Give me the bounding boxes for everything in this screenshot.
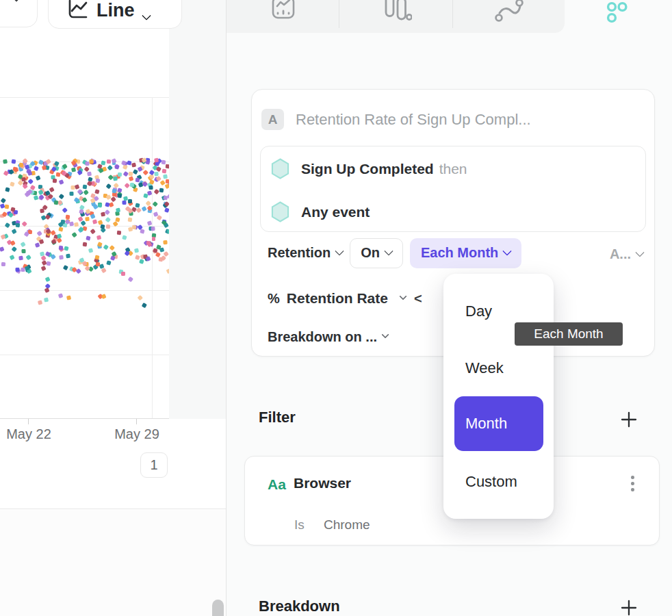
filter-value[interactable]: Chrome [324,517,370,532]
menu-item-week[interactable]: Week [465,359,504,377]
scatter-dot [156,166,161,171]
scatter-dot [0,247,5,252]
scatter-dot [53,179,57,183]
pagination-button[interactable]: 1 [140,452,168,478]
scatter-dot [66,254,70,258]
scatter-dot [86,235,90,240]
percent-icon: % [268,291,280,307]
scatter-dot [24,231,29,237]
menu-item-month-selected[interactable]: Month [454,396,543,451]
scatter-dot [101,211,105,216]
scatter-dot [160,180,166,185]
axis-tick [136,419,137,424]
scatter-dot [154,172,158,176]
scatter-dot [45,277,50,281]
filter-property-dropdown[interactable]: Browser [294,475,351,491]
scatter-dot [157,215,162,220]
scatter-dot [66,295,71,300]
menu-item-day[interactable]: Day [465,303,492,320]
event-row-return[interactable]: Any event [271,201,370,222]
scatter-dot [112,188,116,192]
scatter-dot [49,187,55,192]
scatter-dot [16,267,20,271]
scatter-dot [97,203,101,207]
scatter-dots-icon [605,1,628,24]
scatter-dot [163,175,167,179]
flow-icon [494,0,524,23]
scatter-dot [3,159,8,164]
scatter-dot [105,203,109,207]
scatter-dot [12,159,16,164]
add-breakdown-button[interactable] [620,599,638,616]
interval-dropdown[interactable]: Each Month [410,238,521,268]
tab-bar-columns[interactable] [339,0,452,33]
scatter-dot [142,181,148,187]
query-builder-panel: A Retention Rate of Sign Up Compl... Sig… [227,0,672,616]
scatter-dot [140,229,145,234]
gridline [0,97,169,98]
scatter-dot [142,206,147,211]
tab-flow[interactable] [453,0,565,33]
truncated-dropdown[interactable]: A... [610,246,643,262]
scatter-dot [92,220,97,224]
gridline [0,290,169,291]
scatter-dot [59,255,63,259]
scatter-dot [8,212,14,218]
scatter-dot [164,207,169,212]
scatter-dot [10,207,15,211]
scatter-dot [26,254,31,259]
query-title[interactable]: Retention Rate of Sign Up Compl... [296,111,531,129]
tab-insights[interactable] [227,0,339,33]
scatter-dot [149,185,153,190]
chart-type-button[interactable]: Line [48,0,182,29]
scatter-dot [86,162,90,166]
scatter-dot [70,192,74,196]
chevron-down-icon [399,292,406,300]
chart-pane: May 22 May 29 1 Line [0,0,226,616]
scatter-dot [153,201,158,207]
interval-menu: Day Week Month Custom [443,274,554,519]
scatter-dot [10,181,14,186]
scatter-dot [63,265,68,270]
filter-operator[interactable]: Is [294,517,305,532]
kebab-menu-icon[interactable] [631,476,634,494]
scatter-dot [107,159,111,164]
scatter-dot [21,267,25,271]
scatter-dot [116,207,121,212]
tab-retention-active[interactable] [565,0,672,33]
scatter-dot [135,178,139,182]
collapsed-dropdown-button[interactable] [0,0,38,27]
measure-dropdown[interactable]: Retention Rate [287,290,388,307]
event-row-first[interactable]: Sign Up Completed then [271,158,467,179]
scatter-dot [34,166,38,170]
scatter-dot [40,208,44,212]
scatter-dot [90,228,95,233]
scatter-dot [10,255,14,259]
scatter-dot [166,268,169,273]
scrollbar-thumb[interactable] [212,600,224,616]
add-filter-button[interactable] [620,411,638,428]
scatter-dot [151,227,155,231]
chevron-down-icon [141,11,151,21]
scatter-dot [95,178,99,182]
scatter-dot [132,225,136,229]
menu-item-custom[interactable]: Custom [465,473,517,491]
scatter-dot [15,222,19,227]
scatter-dot [59,194,64,199]
on-dropdown[interactable]: On [350,238,403,268]
scatter-dot [115,164,120,169]
scatter-dot [120,272,125,276]
scatter-dot [88,171,92,175]
scatter-dot [82,197,88,203]
scatter-dot [97,235,102,240]
interval-tooltip: Each Month [515,322,623,346]
chevron-down-icon [12,0,21,2]
scatter-dot [161,168,166,172]
breakdown-on-dropdown[interactable]: Breakdown on ... [268,326,388,347]
retention-type-dropdown[interactable]: Retention [268,245,343,261]
scatter-dot [1,262,5,266]
chart-type-label: Line [96,0,135,21]
scatter-dot [1,234,5,239]
scatter-dot [132,163,137,168]
scatter-dot [42,166,47,170]
